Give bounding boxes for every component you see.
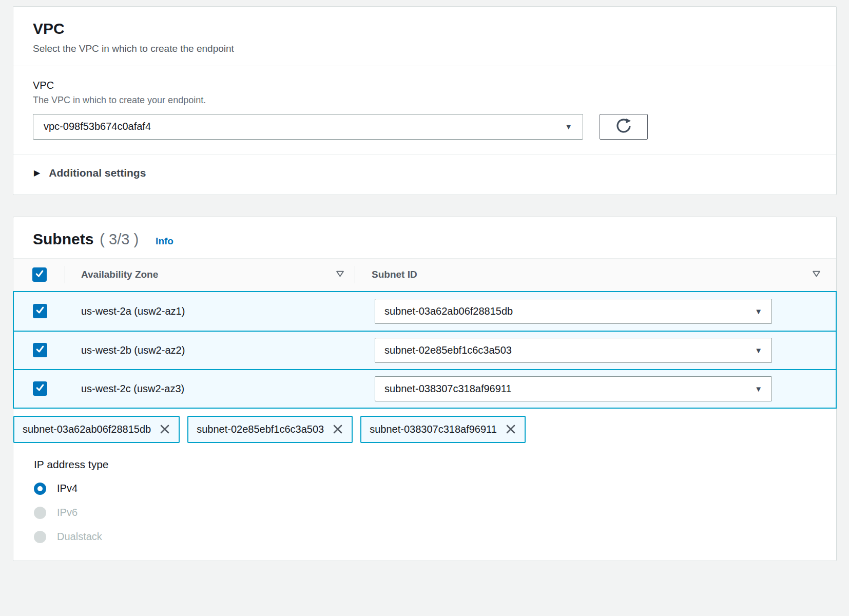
subnet-id-value: subnet-03a62ab06f28815db — [384, 305, 513, 317]
dismiss-token-button[interactable] — [332, 423, 344, 435]
additional-settings-expander[interactable]: ▶ Additional settings — [13, 155, 836, 195]
row-checkbox[interactable] — [33, 381, 47, 396]
check-icon — [35, 382, 45, 395]
info-link[interactable]: Info — [156, 236, 173, 247]
availability-zone-cell: us-west-2c (usw2-az3) — [81, 383, 184, 395]
subnet-token-label: subnet-02e85ebf1c6c3a503 — [197, 424, 324, 435]
radio-disabled-icon — [34, 507, 46, 519]
vpc-card-title: VPC — [33, 20, 817, 38]
chevron-down-icon: ▼ — [755, 307, 762, 315]
vpc-card-body: VPC The VPC in which to create your endp… — [13, 66, 836, 140]
availability-zone-cell: us-west-2a (usw2-az1) — [81, 305, 185, 317]
table-row: us-west-2a (usw2-az1) subnet-03a62ab06f2… — [14, 292, 836, 331]
dismiss-token-button[interactable] — [159, 423, 171, 435]
subnets-table-body: us-west-2a (usw2-az1) subnet-03a62ab06f2… — [13, 291, 837, 409]
vpc-card-header: VPC Select the VPC in which to create th… — [13, 7, 836, 66]
subnets-table-header: Availability Zone Subnet ID — [13, 258, 836, 291]
radio-label-ipv6: IPv6 — [57, 507, 78, 518]
table-row: us-west-2b (usw2-az2) subnet-02e85ebf1c6… — [14, 331, 836, 369]
subnet-id-select[interactable]: subnet-02e85ebf1c6c3a503 ▼ — [375, 338, 772, 363]
additional-settings-label: Additional settings — [49, 167, 146, 179]
table-row: us-west-2c (usw2-az3) subnet-038307c318a… — [14, 369, 836, 408]
subnets-card-header: Subnets ( 3/3 ) Info — [13, 217, 836, 258]
check-icon — [35, 305, 45, 317]
vpc-field-label: VPC — [33, 80, 817, 91]
refresh-button[interactable] — [600, 114, 648, 140]
radio-label-ipv4: IPv4 — [57, 483, 78, 494]
expander-triangle-icon: ▶ — [34, 169, 40, 177]
subnets-title: Subnets — [33, 230, 93, 248]
subnet-id-value: subnet-038307c318af96911 — [384, 383, 512, 395]
subnets-count: ( 3/3 ) — [100, 231, 139, 248]
radio-option-ipv4[interactable]: IPv4 — [34, 483, 817, 495]
subnet-token: subnet-038307c318af96911 — [360, 416, 526, 443]
subnet-token-label: subnet-03a62ab06f28815db — [23, 424, 151, 435]
radio-selected-icon[interactable] — [34, 483, 46, 495]
chevron-down-icon: ▼ — [755, 385, 762, 393]
sort-icon[interactable] — [336, 270, 344, 280]
row-checkbox[interactable] — [33, 343, 47, 357]
column-header-availability-zone: Availability Zone — [81, 269, 158, 280]
chevron-down-icon: ▼ — [755, 346, 762, 354]
vpc-card-subtitle: Select the VPC in which to create the en… — [33, 43, 817, 54]
select-all-checkbox[interactable] — [32, 267, 47, 282]
vpc-field-description: The VPC in which to create your endpoint… — [33, 95, 817, 106]
vpc-select-value: vpc-098f53b674c0afaf4 — [44, 121, 151, 132]
ip-address-type-label: IP address type — [34, 458, 817, 471]
radio-option-dualstack: Dualstack — [34, 531, 817, 543]
refresh-icon — [615, 118, 632, 136]
radio-option-ipv6: IPv6 — [34, 507, 817, 519]
check-icon — [34, 268, 45, 281]
subnet-token: subnet-03a62ab06f28815db — [13, 416, 180, 443]
subnet-token-label: subnet-038307c318af96911 — [370, 424, 497, 435]
check-icon — [35, 344, 45, 356]
radio-label-dualstack: Dualstack — [57, 531, 102, 543]
vpc-select[interactable]: vpc-098f53b674c0afaf4 ▼ — [33, 114, 583, 140]
radio-disabled-icon — [34, 531, 46, 543]
dismiss-token-button[interactable] — [505, 423, 517, 435]
subnet-token: subnet-02e85ebf1c6c3a503 — [187, 416, 353, 443]
subnet-id-select[interactable]: subnet-03a62ab06f28815db ▼ — [375, 299, 772, 324]
subnet-id-select[interactable]: subnet-038307c318af96911 ▼ — [375, 376, 772, 401]
selected-subnet-tokens: subnet-03a62ab06f28815db subnet-02e85ebf… — [13, 416, 836, 443]
sort-icon[interactable] — [812, 270, 821, 280]
row-checkbox[interactable] — [33, 304, 47, 318]
availability-zone-cell: us-west-2b (usw2-az2) — [81, 344, 185, 356]
column-header-subnet-id: Subnet ID — [372, 269, 417, 280]
subnets-card: Subnets ( 3/3 ) Info Availability Zone S… — [13, 217, 837, 561]
chevron-down-icon: ▼ — [565, 123, 572, 130]
ip-address-type-section: IP address type IPv4 IPv6 Dualstack — [13, 443, 836, 561]
vpc-card: VPC Select the VPC in which to create th… — [13, 6, 837, 195]
subnet-id-value: subnet-02e85ebf1c6c3a503 — [384, 344, 512, 356]
